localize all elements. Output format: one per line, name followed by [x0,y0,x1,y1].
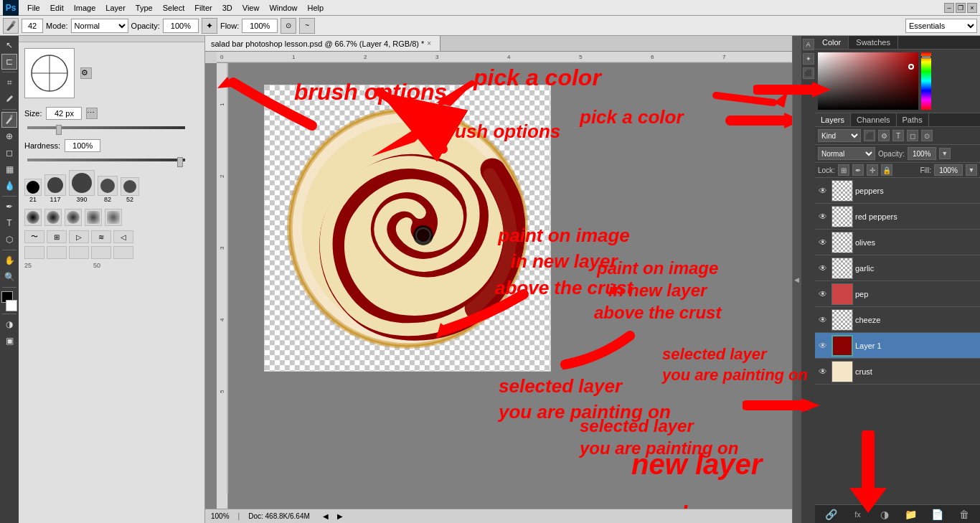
panel-icon-1[interactable]: A [803,39,814,50]
menu-select[interactable]: Select [159,2,189,14]
eraser-tool[interactable]: ◻ [1,145,17,161]
crop-tool[interactable]: ⌗ [1,75,17,90]
layer-group-btn[interactable]: 📁 [904,507,918,522]
new-layer-btn[interactable]: 📄 [930,507,945,522]
flow-input[interactable] [242,19,278,33]
layer-fill-input[interactable] [934,164,963,176]
brush-preset-4[interactable]: 82 [98,176,118,203]
eyedropper-tool[interactable] [1,91,17,107]
layer-mask-btn[interactable]: ◑ [877,507,892,522]
type-tool[interactable]: T [1,215,17,231]
brush-preset-3[interactable]: 390 [69,170,95,203]
menu-edit[interactable]: Edit [46,2,68,14]
size-slider-thumb[interactable] [56,125,62,135]
layer-eye-garlic[interactable]: 👁 [816,262,829,275]
menu-help[interactable]: Help [303,2,329,14]
layer-row-cheeze[interactable]: 👁 cheeze [815,307,980,333]
tab-swatches[interactable]: Swatches [849,36,898,49]
panel-collapse-strip[interactable]: ◀ [792,36,801,523]
workspace-select[interactable]: Essentials [905,19,977,33]
filter-kind-select[interactable]: Kind [818,129,861,142]
layer-eye-pep[interactable]: 👁 [816,288,829,301]
tab-close-btn[interactable]: × [427,39,431,47]
layer-row-layer1[interactable]: 👁 Layer 1 [815,333,980,359]
brush-preset-2[interactable]: 117 [44,174,66,203]
restore-button[interactable]: ❐ [956,3,966,13]
brush-special-1[interactable]: 〜 [24,230,44,243]
layer-filter-type-btn[interactable]: T [892,130,904,141]
screen-mode-btn[interactable]: ▣ [1,333,17,349]
delete-layer-btn[interactable]: 🗑 [957,507,971,522]
path-tool[interactable]: ⬡ [1,232,17,248]
layer-row-olives[interactable]: 👁 olives [815,230,980,255]
pen-tool[interactable]: ✒ [1,199,17,215]
zoom-tool[interactable]: 🔍 [1,269,17,285]
lock-image-btn[interactable]: ✒ [852,164,864,176]
gradient-tool[interactable]: ▦ [1,161,17,177]
layer-opacity-input[interactable] [908,147,936,160]
brush-preset-1[interactable]: 21 [24,179,42,203]
layer-eye-layer1[interactable]: 👁 [816,339,829,352]
brush-options-btn[interactable]: ⋯ [86,108,98,119]
brush-tool[interactable] [1,112,17,128]
minimize-button[interactable]: – [944,3,954,13]
brush-preset-5[interactable]: 52 [121,177,139,203]
size-value-input[interactable] [46,107,82,120]
layer-row-garlic[interactable]: 👁 garlic [815,255,980,281]
brush-soft-4[interactable] [85,209,102,226]
layer-filter-pixel-btn[interactable]: ⬛ [864,130,875,141]
tab-color[interactable]: Color [815,36,849,49]
blur-tool[interactable]: 💧 [1,178,17,194]
brush-soft-3[interactable] [65,209,82,226]
hardness-input[interactable] [65,139,100,152]
tab-channels[interactable]: Channels [851,113,896,126]
nav-left-btn[interactable]: ◀ [323,512,329,520]
quick-mask-btn[interactable]: ◑ [1,316,17,332]
layer-eye-crust[interactable]: 👁 [816,365,829,378]
brush-special-5[interactable]: ◁ [113,230,133,243]
color-picker-dot[interactable] [908,64,914,70]
clone-stamp-tool[interactable]: ⊕ [1,128,17,144]
brush-special-2[interactable]: ⊞ [47,230,67,243]
menu-file[interactable]: File [23,2,44,14]
brush-settings-btn[interactable]: ⚙ [80,67,92,79]
layer-filter-shape-btn[interactable]: ◻ [907,130,918,141]
brush-tool-icon[interactable] [3,18,19,34]
menu-3d[interactable]: 3D [218,2,237,14]
brush-sp-9[interactable] [91,246,111,259]
hue-bar[interactable] [921,52,931,110]
pressure-icon[interactable]: ⊙ [281,18,296,34]
layer-eye-olives[interactable]: 👁 [816,236,829,249]
layer-filter-smart-btn[interactable]: ⊙ [921,130,933,141]
opacity-input[interactable] [163,19,199,33]
lock-transparent-btn[interactable]: ⊞ [838,164,849,176]
opacity-arrow-btn[interactable]: ▼ [939,148,951,159]
hardness-slider-thumb[interactable] [177,157,183,167]
brush-soft-5[interactable] [105,209,122,226]
menu-layer[interactable]: Layer [101,2,130,14]
brush-sp-6[interactable] [24,246,44,259]
document-canvas[interactable]: 1 2 3 4 5 [217,63,792,509]
menu-view[interactable]: View [238,2,264,14]
nav-right-btn[interactable]: ▶ [337,512,343,520]
brush-soft-1[interactable] [24,209,42,226]
brush-sp-7[interactable] [47,246,67,259]
layer-fx-btn[interactable]: fx [851,507,865,522]
layer-filter-adjust-btn[interactable]: ⚙ [878,130,890,141]
brush-sp-10[interactable] [113,246,133,259]
lock-position-btn[interactable]: ✛ [867,164,878,176]
hand-tool[interactable]: ✋ [1,253,17,268]
airbrush-icon[interactable]: ✦ [202,18,217,34]
layer-row-red-peppers[interactable]: 👁 red peppers [815,204,980,230]
lasso-tool[interactable]: ⊏ [1,54,17,70]
tab-layers[interactable]: Layers [815,113,851,126]
menu-window[interactable]: Window [265,2,301,14]
layer-row-crust[interactable]: 👁 crust [815,359,980,385]
blend-mode-select[interactable]: Normal [71,19,128,33]
brush-sp-8[interactable] [69,246,89,259]
close-button[interactable]: × [967,3,977,13]
menu-image[interactable]: Image [70,2,100,14]
layer-row-peppers[interactable]: 👁 peppers [815,178,980,204]
smooth-icon[interactable]: ~ [299,18,315,34]
tab-paths[interactable]: Paths [897,113,929,126]
